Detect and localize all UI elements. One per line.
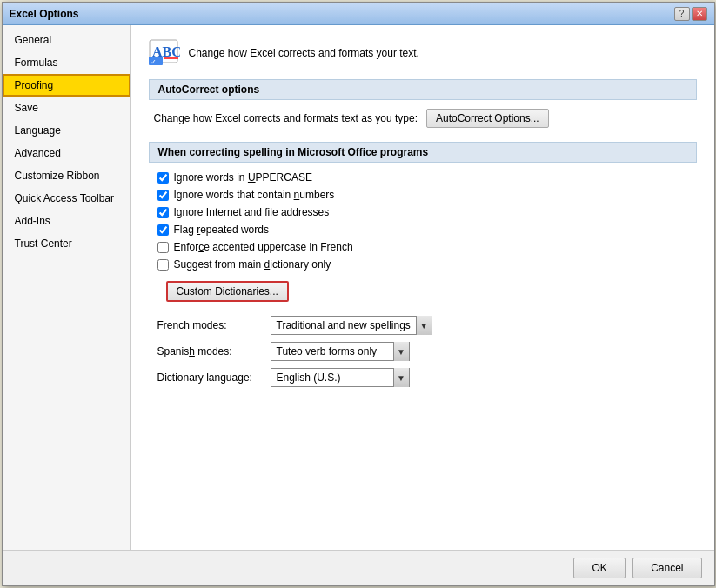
ok-button[interactable]: OK (573, 558, 626, 578)
spanish-modes-select[interactable]: Tuteo verb forms only ▼ (271, 342, 410, 361)
main-content: ABC ✓ Change how Excel corrects and form… (131, 25, 714, 550)
dialog-footer: OK Cancel (3, 550, 714, 585)
window-title: Excel Options (10, 8, 79, 20)
french-modes-row: French modes: Traditional and new spelli… (149, 316, 697, 335)
dictionary-language-dropdown-arrow[interactable]: ▼ (393, 368, 409, 387)
french-modes-label: French modes: (157, 319, 271, 331)
checkbox-ignore-uppercase-input[interactable] (157, 172, 169, 184)
title-bar-buttons: ? ✕ (674, 7, 707, 21)
checkbox-ignore-uppercase-label: Ignore words in UPPERCASE (174, 171, 312, 184)
checkbox-ignore-numbers-input[interactable] (157, 190, 169, 201)
checkbox-ignore-numbers-label: Ignore words that contain numbers (174, 189, 335, 201)
checkbox-flag-repeated: Flag repeated words (149, 224, 697, 236)
checkbox-enforce-accented-input[interactable] (157, 242, 169, 253)
sidebar-item-trust-center[interactable]: Trust Center (3, 232, 130, 255)
help-button[interactable]: ? (674, 7, 690, 21)
checkbox-ignore-numbers: Ignore words that contain numbers (149, 189, 697, 201)
header-description: Change how Excel corrects and formats yo… (189, 47, 419, 59)
sidebar-item-general[interactable]: General (3, 29, 130, 51)
autocorrect-description: Change how Excel corrects and formats te… (154, 112, 418, 124)
sidebar-item-advanced[interactable]: Advanced (3, 142, 130, 164)
sidebar-item-formulas[interactable]: Formulas (3, 51, 130, 74)
sidebar-item-language[interactable]: Language (3, 119, 130, 142)
spanish-modes-label: Spanish modes: (157, 345, 271, 357)
modes-section: French modes: Traditional and new spelli… (149, 316, 697, 387)
custom-dict-container: Custom Dictionaries... (149, 276, 697, 312)
sidebar: General Formulas Proofing Save Language … (3, 25, 131, 550)
svg-text:✓: ✓ (151, 58, 157, 66)
checkbox-suggest-main-input[interactable] (157, 259, 169, 271)
sidebar-item-customize-ribbon[interactable]: Customize Ribbon (3, 164, 130, 187)
abc-icon: ABC ✓ (149, 39, 180, 67)
sidebar-item-save[interactable]: Save (3, 97, 130, 119)
french-modes-value: Traditional and new spellings (271, 317, 416, 333)
sidebar-item-addins[interactable]: Add-Ins (3, 210, 130, 232)
spanish-modes-value: Tuteo verb forms only (271, 344, 393, 359)
checkbox-suggest-main-label: Suggest from main dictionary only (174, 258, 331, 271)
header-row: ABC ✓ Change how Excel corrects and form… (149, 39, 697, 67)
sidebar-item-proofing[interactable]: Proofing (3, 74, 130, 97)
checkbox-ignore-internet-input[interactable] (157, 207, 169, 218)
checkbox-enforce-accented: Enforce accented uppercase in French (149, 241, 697, 253)
checkbox-suggest-main: Suggest from main dictionary only (149, 258, 697, 271)
spelling-section-header: When correcting spelling in Microsoft Of… (149, 142, 697, 163)
dictionary-language-row: Dictionary language: English (U.S.) ▼ (149, 368, 697, 387)
cancel-button[interactable]: Cancel (632, 558, 701, 578)
autocorrect-options-button[interactable]: AutoCorrect Options... (426, 109, 549, 128)
dictionary-language-label: Dictionary language: (157, 371, 271, 384)
checkbox-ignore-internet: Ignore Internet and file addresses (149, 206, 697, 218)
sidebar-item-quick-access[interactable]: Quick Access Toolbar (3, 187, 130, 210)
dictionary-language-value: English (U.S.) (271, 370, 393, 385)
title-bar: Excel Options ? ✕ (3, 3, 714, 25)
checkbox-enforce-accented-label: Enforce accented uppercase in French (174, 241, 353, 253)
checkbox-ignore-uppercase: Ignore words in UPPERCASE (149, 171, 697, 184)
autocorrect-row: Change how Excel corrects and formats te… (149, 109, 697, 128)
checkbox-flag-repeated-label: Flag repeated words (174, 224, 269, 236)
autocorrect-section-header: AutoCorrect options (149, 79, 697, 100)
french-modes-select[interactable]: Traditional and new spellings ▼ (271, 316, 432, 335)
checkbox-flag-repeated-input[interactable] (157, 224, 169, 236)
dictionary-language-select[interactable]: English (U.S.) ▼ (271, 368, 410, 387)
dialog-body: General Formulas Proofing Save Language … (3, 25, 714, 550)
spanish-modes-dropdown-arrow[interactable]: ▼ (393, 342, 409, 361)
french-modes-dropdown-arrow[interactable]: ▼ (416, 316, 432, 335)
checkbox-ignore-internet-label: Ignore Internet and file addresses (174, 206, 330, 218)
custom-dictionaries-button[interactable]: Custom Dictionaries... (166, 281, 289, 302)
close-button[interactable]: ✕ (692, 7, 707, 21)
excel-options-dialog: Excel Options ? ✕ General Formulas Proof… (2, 2, 715, 586)
spanish-modes-row: Spanish modes: Tuteo verb forms only ▼ (149, 342, 697, 361)
